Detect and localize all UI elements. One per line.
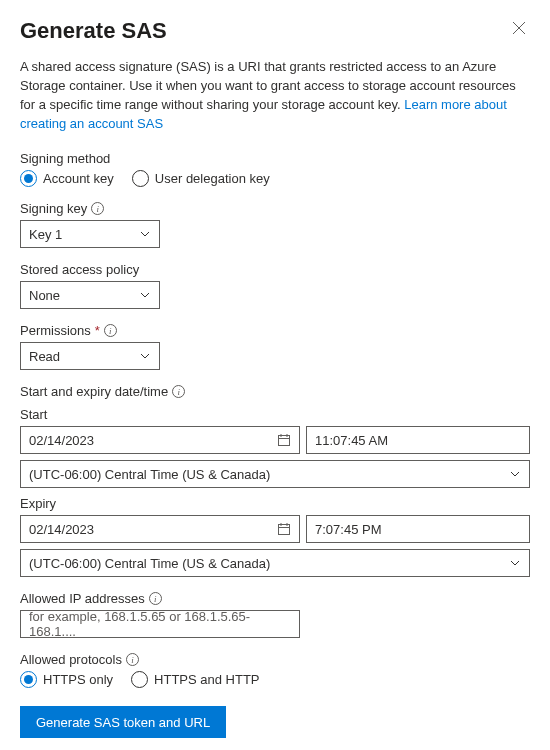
permissions-select[interactable]: Read [20,342,160,370]
radio-user-delegation-key[interactable]: User delegation key [132,170,270,187]
stored-policy-label: Stored access policy [20,262,530,277]
date-value: 02/14/2023 [29,522,94,537]
select-value: Key 1 [29,227,62,242]
stored-policy-select[interactable]: None [20,281,160,309]
description-text: A shared access signature (SAS) is a URI… [20,58,530,133]
radio-icon [132,170,149,187]
select-value: None [29,288,60,303]
chevron-down-icon [509,557,521,569]
info-icon[interactable]: i [91,202,104,215]
radio-https-and-http[interactable]: HTTPS and HTTP [131,671,259,688]
radio-icon [20,671,37,688]
radio-icon [131,671,148,688]
label-text: Signing key [20,201,87,216]
expiry-date-input[interactable]: 02/14/2023 [20,515,300,543]
time-value: 11:07:45 AM [315,433,388,448]
select-value: (UTC-06:00) Central Time (US & Canada) [29,556,270,571]
allowed-ip-label: Allowed IP addresses i [20,591,530,606]
date-value: 02/14/2023 [29,433,94,448]
select-value: (UTC-06:00) Central Time (US & Canada) [29,467,270,482]
close-button[interactable] [508,18,530,40]
info-icon[interactable]: i [126,653,139,666]
radio-label: HTTPS only [43,672,113,687]
radio-account-key[interactable]: Account key [20,170,114,187]
required-asterisk: * [95,323,100,338]
chevron-down-icon [139,289,151,301]
page-title: Generate SAS [20,18,167,44]
start-timezone-select[interactable]: (UTC-06:00) Central Time (US & Canada) [20,460,530,488]
expiry-time-input[interactable]: 7:07:45 PM [306,515,530,543]
svg-rect-0 [279,436,290,446]
radio-label: Account key [43,171,114,186]
start-time-input[interactable]: 11:07:45 AM [306,426,530,454]
time-value: 7:07:45 PM [315,522,382,537]
radio-label: HTTPS and HTTP [154,672,259,687]
info-icon[interactable]: i [172,385,185,398]
expiry-label: Expiry [20,496,530,511]
close-icon [512,21,526,35]
svg-rect-4 [279,525,290,535]
radio-https-only[interactable]: HTTPS only [20,671,113,688]
start-label: Start [20,407,530,422]
chevron-down-icon [139,228,151,240]
permissions-label: Permissions * i [20,323,530,338]
expiry-timezone-select[interactable]: (UTC-06:00) Central Time (US & Canada) [20,549,530,577]
signing-method-label: Signing method [20,151,530,166]
allowed-ip-input[interactable]: for example, 168.1.5.65 or 168.1.5.65-16… [20,610,300,638]
label-text: Allowed IP addresses [20,591,145,606]
signing-key-label: Signing key i [20,201,530,216]
start-date-input[interactable]: 02/14/2023 [20,426,300,454]
chevron-down-icon [139,350,151,362]
label-text: Start and expiry date/time [20,384,168,399]
select-value: Read [29,349,60,364]
generate-button[interactable]: Generate SAS token and URL [20,706,226,738]
calendar-icon [277,522,291,536]
calendar-icon [277,433,291,447]
signing-key-select[interactable]: Key 1 [20,220,160,248]
allowed-protocols-label: Allowed protocols i [20,652,530,667]
info-icon[interactable]: i [104,324,117,337]
radio-icon [20,170,37,187]
info-icon[interactable]: i [149,592,162,605]
radio-label: User delegation key [155,171,270,186]
label-text: Permissions [20,323,91,338]
label-text: Allowed protocols [20,652,122,667]
chevron-down-icon [509,468,521,480]
date-section-label: Start and expiry date/time i [20,384,530,399]
